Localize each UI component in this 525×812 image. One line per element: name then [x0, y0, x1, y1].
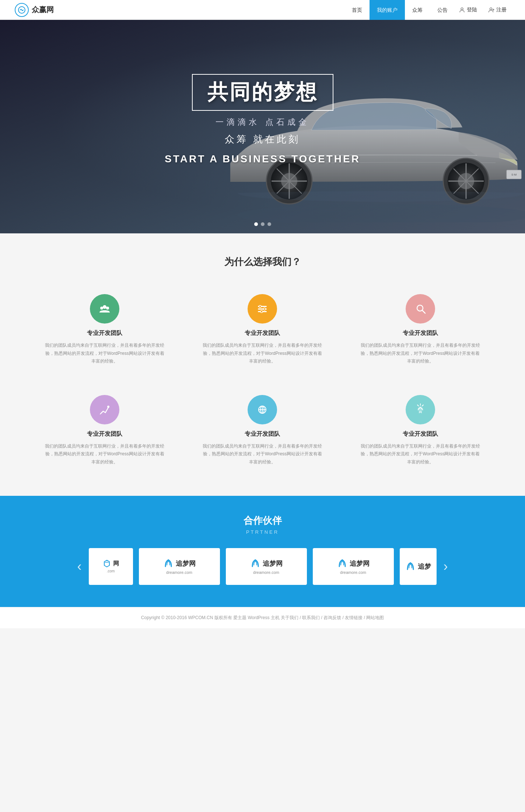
hero-carousel-dots [254, 222, 271, 226]
partner-logo-4: 追梦 [405, 561, 431, 572]
hero-banner: S·M 共同的梦想 一滴滴水 点石成金 众筹 就在此刻 START A BUSI… [0, 20, 525, 233]
svg-point-0 [461, 8, 463, 10]
footer-text: Copyright © 2010-2016 WPCOM.CN 版权所有 爱主题 … [7, 615, 518, 621]
hero-dot-1[interactable] [254, 222, 258, 226]
svg-point-21 [106, 307, 109, 310]
person-add-icon [488, 7, 495, 13]
feature-icon-6 [406, 395, 435, 424]
svg-line-29 [422, 310, 425, 313]
logo-text: 众赢网 [32, 5, 54, 15]
feature-item-2: 专业开发团队 我们的团队成员均来自于互联网行业，并且有着多年的开发经验，熟悉网站… [195, 287, 330, 373]
partner-card-2[interactable]: 追梦网 dreamore.com [226, 548, 307, 585]
svg-point-27 [260, 311, 263, 313]
svg-point-2 [238, 204, 525, 222]
why-section: 为什么选择我们？ 专业开发团队 我们的团队成员均来自于互联网行业，并且有着多年的… [0, 233, 525, 496]
hero-dot-3[interactable] [267, 222, 271, 226]
partner-card-0[interactable]: 网 .com [89, 548, 133, 585]
header: 众赢网 首页 我的账户 众筹 公告 登陆 注册 [0, 0, 525, 20]
hero-subtitle: 一滴滴水 点石成金 [165, 117, 360, 128]
hero-dot-2[interactable] [261, 222, 265, 226]
auth-nav: 登陆 注册 [455, 7, 510, 13]
partner-logo-2: 追梦网 dreamore.com [250, 558, 283, 575]
person-icon [459, 7, 465, 13]
partners-title: 合作伙伴 [0, 514, 525, 527]
partner-card-4[interactable]: 追梦 [400, 548, 437, 585]
partner-logo-3: 追梦网 dreamore.com [337, 558, 370, 575]
feature-item-4: 专业开发团队 我们的团队成员均来自于互联网行业，并且有着多年的开发经验，熟悉网站… [37, 388, 172, 474]
feature-title-2: 专业开发团队 [202, 329, 323, 337]
feature-desc-4: 我们的团队成员均来自于互联网行业，并且有着多年的开发经验，熟悉网站的开发流程，对… [44, 442, 165, 466]
logo-icon [15, 3, 29, 17]
carousel-prev-arrow[interactable]: ‹ [70, 557, 89, 576]
login-button[interactable]: 登陆 [455, 7, 481, 13]
feature-item-1: 专业开发团队 我们的团队成员均来自于互联网行业，并且有着多年的开发经验，熟悉网站… [37, 287, 172, 373]
svg-text:S·M: S·M [511, 173, 517, 176]
hero-content: 共同的梦想 一滴滴水 点石成金 众筹 就在此刻 START A BUSINESS… [165, 74, 360, 165]
svg-point-1 [490, 8, 492, 10]
feature-desc-2: 我们的团队成员均来自于互联网行业，并且有着多年的开发经验，熟悉网站的开发流程，对… [202, 342, 323, 366]
partner-logo-0: 网 .com [103, 559, 119, 573]
feature-desc-5: 我们的团队成员均来自于互联网行业，并且有着多年的开发经验，熟悉网站的开发流程，对… [202, 442, 323, 466]
hero-title-box: 共同的梦想 [192, 74, 333, 111]
nav-crowdfunding[interactable]: 众筹 [405, 0, 430, 20]
feature-title-5: 专业开发团队 [202, 430, 323, 438]
hero-sub2: 众筹 就在此刻 [165, 133, 360, 146]
feature-icon-5 [248, 395, 277, 424]
partners-subtitle: PTRTNER [0, 529, 525, 535]
feature-title-4: 专业开发团队 [44, 430, 165, 438]
feature-item-6: 专业开发团队 我们的团队成员均来自于互联网行业，并且有着多年的开发经验，熟悉网站… [353, 388, 488, 474]
feature-item-5: 专业开发团队 我们的团队成员均来自于互联网行业，并且有着多年的开发经验，熟悉网站… [195, 388, 330, 474]
feature-desc-6: 我们的团队成员均来自于互联网行业，并且有着多年的开发经验，熟悉网站的开发流程，对… [360, 442, 481, 466]
footer: Copyright © 2010-2016 WPCOM.CN 版权所有 爱主题 … [0, 607, 525, 628]
feature-desc-1: 我们的团队成员均来自于互联网行业，并且有着多年的开发经验，熟悉网站的开发流程，对… [44, 342, 165, 366]
partner-card-3[interactable]: 追梦网 dreamore.com [313, 548, 394, 585]
partners-carousel: ‹ 网 .com [0, 548, 525, 585]
svg-point-25 [259, 306, 261, 308]
feature-title-1: 专业开发团队 [44, 329, 165, 337]
feature-icon-1 [90, 294, 119, 324]
nav-account[interactable]: 我的账户 [370, 0, 405, 20]
features-grid: 专业开发团队 我们的团队成员均来自于互联网行业，并且有着多年的开发经验，熟悉网站… [37, 287, 488, 474]
nav-home[interactable]: 首页 [344, 0, 370, 20]
nav-announcement[interactable]: 公告 [430, 0, 455, 20]
feature-title-6: 专业开发团队 [360, 430, 481, 438]
svg-point-30 [107, 406, 109, 408]
partner-logo-1: 追梦网 dreamore.com [163, 558, 196, 575]
partners-items: 网 .com 追梦网 dreamore.com [89, 548, 437, 585]
why-section-title: 为什么选择我们？ [37, 255, 488, 268]
partner-card-1[interactable]: 追梦网 dreamore.com [139, 548, 220, 585]
main-nav: 首页 我的账户 众筹 公告 登陆 注册 [344, 0, 510, 20]
feature-item-3: 专业开发团队 我们的团队成员均来自于互联网行业，并且有着多年的开发经验，熟悉网站… [353, 287, 488, 373]
hero-en-text: START A BUSINESS TOGETHER [165, 153, 360, 165]
feature-desc-3: 我们的团队成员均来自于互联网行业，并且有着多年的开发经验，熟悉网站的开发流程，对… [360, 342, 481, 366]
svg-point-19 [103, 305, 106, 309]
feature-title-3: 专业开发团队 [360, 329, 481, 337]
register-button[interactable]: 注册 [484, 7, 510, 13]
logo[interactable]: 众赢网 [15, 3, 54, 17]
partners-section: 合作伙伴 PTRTNER ‹ 网 .com [0, 496, 525, 607]
feature-icon-2 [248, 294, 277, 324]
feature-icon-3 [406, 294, 435, 324]
svg-point-26 [263, 308, 266, 310]
hero-title-main: 共同的梦想 [207, 78, 318, 106]
feature-icon-4 [90, 395, 119, 424]
svg-point-20 [100, 307, 103, 310]
carousel-next-arrow[interactable]: › [437, 557, 455, 576]
